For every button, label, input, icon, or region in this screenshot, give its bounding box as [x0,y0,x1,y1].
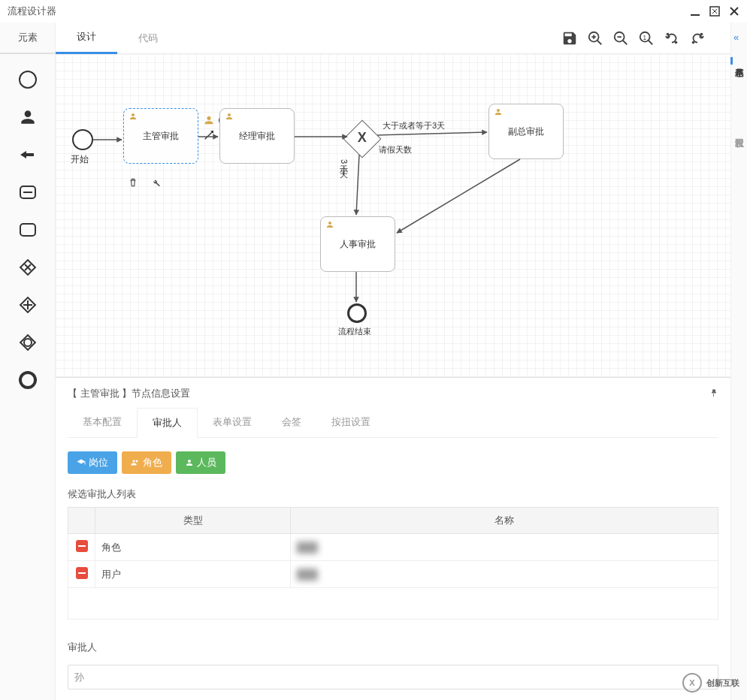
redo-icon[interactable] [687,28,708,49]
palette-start-event-icon[interactable] [17,69,38,90]
approver-label: 审批人 [68,641,718,654]
tab-approver[interactable]: 审批人 [137,408,198,438]
titlebar: 流程设计器 [0,0,747,23]
table-row: 用户 ███ [68,561,718,588]
svg-line-24 [623,40,628,44]
close-icon[interactable] [729,6,739,17]
table-row [68,588,718,620]
palette-inclusive-gateway-icon[interactable] [17,332,38,353]
undo-icon[interactable] [661,28,682,49]
svg-line-41 [356,155,359,215]
add-role-button[interactable]: 角色 [122,451,171,474]
row-type: 用户 [95,561,291,588]
col-type: 类型 [95,508,291,534]
tab-countersign[interactable]: 会签 [267,408,316,437]
btn-label: 角色 [143,456,162,469]
svg-point-32 [700,32,703,35]
watermark-brand: 创新互联 [706,677,739,689]
svg-point-31 [692,41,695,44]
palette-user-task-icon[interactable] [17,107,38,128]
pin-icon[interactable] [709,388,718,400]
add-post-button[interactable]: 岗位 [68,451,117,474]
candidate-list-label: 候选审批人列表 [68,487,718,501]
maximize-icon[interactable] [709,6,720,17]
collapse-rail-icon[interactable]: « [733,32,739,43]
rail-tab-basic-info[interactable]: 基本信息 [730,57,745,65]
graduation-cap-icon [77,458,86,467]
palette-end-event-icon[interactable] [17,370,38,391]
add-person-button[interactable]: 人员 [176,451,225,474]
palette-task-icon[interactable] [17,219,38,240]
palette-header: 元素 [0,23,55,54]
palette-parallel-gateway-icon[interactable] [17,294,38,315]
row-type: 角色 [95,534,291,561]
svg-point-18 [20,373,35,388]
palette-task-collapsed-icon[interactable] [17,182,38,203]
minimize-icon[interactable] [690,6,700,17]
person-icon [185,458,194,467]
candidate-table: 类型 名称 角色 ███ 用户 ███ [68,507,718,620]
delete-row-icon[interactable] [76,540,88,552]
col-name: 名称 [291,508,718,534]
tab-design[interactable]: 设计 [56,23,117,54]
svg-rect-16 [20,335,35,350]
zoom-reset-icon[interactable]: 1 [636,28,657,49]
row-name: ███ [297,542,318,553]
users-icon [131,458,140,467]
palette-manual-task-icon[interactable] [17,144,38,165]
row-name: ███ [297,569,318,580]
svg-line-42 [397,159,520,233]
window-title: 流程设计器 [8,5,690,18]
zoom-in-icon[interactable] [585,28,606,49]
sequence-flows [56,54,730,377]
panel-title: 【 主管审批 】节点信息设置 [68,387,190,400]
btn-label: 岗位 [89,456,108,469]
table-row: 角色 ███ [68,534,718,561]
svg-line-20 [597,40,602,44]
tab-basic-config[interactable]: 基本配置 [68,408,137,437]
save-icon[interactable] [559,28,580,49]
zoom-out-icon[interactable] [610,28,631,49]
approver-input[interactable] [68,665,718,689]
tab-form-config[interactable]: 表单设置 [198,408,267,437]
rail-tab-permission[interactable]: 权限设置 [733,128,745,135]
tab-button-config[interactable]: 按扭设置 [316,408,386,437]
svg-point-29 [667,32,670,35]
btn-label: 人员 [197,456,216,469]
svg-text:1: 1 [643,34,646,41]
right-rail: « 基本信息 权限设置 [730,23,747,700]
svg-point-6 [20,71,36,88]
watermark: X 创新互联 [682,673,739,692]
svg-rect-9 [20,224,35,236]
svg-point-17 [24,339,32,346]
bpmn-canvas[interactable]: 开始 主管审批 [56,54,730,377]
left-palette: 元素 [0,23,56,700]
delete-row-icon[interactable] [76,567,88,579]
bottom-panel: 【 主管审批 】节点信息设置 基本配置 审批人 表单设置 会签 按扭设置 岗位 [56,377,730,700]
tab-code[interactable]: 代码 [117,23,179,54]
palette-exclusive-gateway-icon[interactable] [17,257,38,278]
watermark-logo-icon: X [682,673,702,692]
svg-point-30 [675,41,678,44]
top-tabs-row: 设计 代码 1 [56,23,730,54]
svg-line-40 [377,132,487,135]
svg-line-27 [649,40,653,44]
